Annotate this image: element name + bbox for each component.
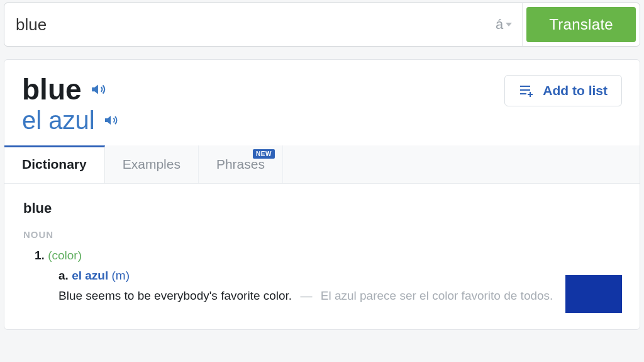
speaker-icon[interactable] xyxy=(104,113,119,128)
result-card: blue el azul xyxy=(4,59,640,330)
subsense-a: a. el azul (m) Blue seems to be everybod… xyxy=(23,269,621,313)
example-dash: — xyxy=(300,289,312,302)
search-bar: á Translate xyxy=(4,3,640,47)
playlist-add-icon xyxy=(519,84,534,97)
tabs: Dictionary Examples Phrases NEW xyxy=(4,145,640,184)
translate-button[interactable]: Translate xyxy=(526,7,636,42)
subsense-letter: a. xyxy=(58,269,69,282)
accent-label: á xyxy=(496,16,503,33)
dictionary-entry: blue NOUN 1. (color) a. el azul (m) Blue… xyxy=(4,184,640,329)
headword-row: blue xyxy=(22,75,119,104)
accent-dropdown[interactable]: á xyxy=(486,3,523,46)
example-spanish: El azul parece ser el color favorito de … xyxy=(321,289,553,302)
headword-translation[interactable]: el azul xyxy=(22,106,95,134)
card-header: blue el azul xyxy=(4,60,640,145)
headword: blue xyxy=(22,75,82,104)
example-text: Blue seems to be everybody's favorite co… xyxy=(58,286,558,305)
example-row: Blue seems to be everybody's favorite co… xyxy=(58,286,621,313)
sense-1: 1. (color) xyxy=(23,249,621,263)
sense-gloss[interactable]: (color) xyxy=(48,249,82,262)
part-of-speech: NOUN xyxy=(23,229,621,240)
search-input[interactable] xyxy=(4,3,486,46)
sense-number: 1. xyxy=(35,249,45,262)
subsense-head: a. el azul (m) xyxy=(58,269,621,283)
translation-row: el azul xyxy=(22,106,119,134)
add-to-list-button[interactable]: Add to list xyxy=(504,75,622,106)
tab-phrases[interactable]: Phrases NEW xyxy=(199,145,283,183)
new-badge: NEW xyxy=(253,149,275,159)
entry-headword: blue xyxy=(23,200,621,217)
speaker-icon[interactable] xyxy=(91,81,107,98)
tab-dictionary[interactable]: Dictionary xyxy=(4,145,105,183)
chevron-down-icon xyxy=(506,23,512,26)
headwords: blue el azul xyxy=(22,75,119,134)
subsense-translation[interactable]: el azul xyxy=(72,269,108,282)
add-to-list-label: Add to list xyxy=(543,83,608,98)
color-swatch xyxy=(565,275,622,313)
tab-phrases-label: Phrases xyxy=(216,157,265,171)
tab-examples[interactable]: Examples xyxy=(105,145,199,183)
subsense-gender[interactable]: (m) xyxy=(112,269,130,282)
example-english: Blue seems to be everybody's favorite co… xyxy=(58,289,292,302)
